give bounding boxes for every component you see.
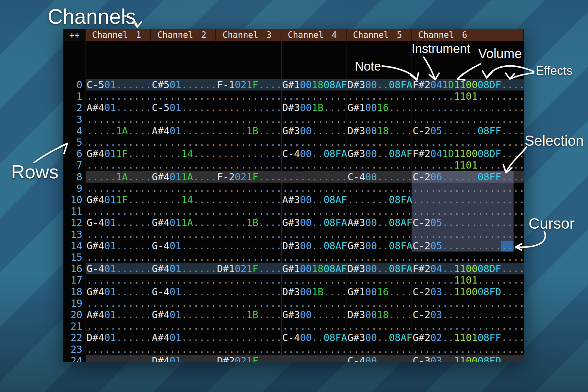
volume-field[interactable]: .. [377, 263, 389, 274]
instrument-field[interactable]: .. [430, 344, 442, 355]
effect-value-field[interactable]: .. [513, 90, 524, 102]
effect-field[interactable]: .. [128, 79, 139, 90]
note-field[interactable]: ... [87, 125, 104, 137]
note-field[interactable]: F#2 [413, 263, 430, 274]
pattern-cell[interactable]: ................... [413, 252, 524, 263]
volume-field[interactable]: 1F [116, 194, 128, 205]
effect-value-field[interactable]: .. [140, 148, 152, 159]
pattern-cell[interactable]: C-400..08FA [282, 332, 347, 343]
note-field[interactable]: ... [152, 114, 170, 125]
effect-field[interactable]: .. [128, 137, 139, 148]
instrument-field[interactable]: 02 [235, 171, 246, 183]
pattern-cell[interactable]: G#300...... [282, 125, 347, 137]
volume-field[interactable]: 16 [377, 102, 389, 113]
note-field[interactable]: ... [217, 332, 235, 343]
instrument-field[interactable]: 01 [170, 309, 181, 320]
effect-value-field[interactable]: .. [400, 125, 412, 137]
note-field[interactable]: ... [87, 252, 104, 263]
volume-field[interactable]: .. [116, 355, 128, 362]
effect-field[interactable]: .. [258, 159, 270, 171]
instrument-field[interactable]: .. [365, 159, 377, 171]
effect-value-field[interactable]: .. [513, 320, 524, 332]
effect-field[interactable]: .. [454, 252, 466, 263]
note-field[interactable]: ... [87, 90, 104, 102]
note-field[interactable]: D#3 [348, 79, 365, 90]
pattern-cell[interactable]: ........... [348, 159, 413, 171]
instrument-field[interactable]: 01 [170, 332, 181, 343]
instrument-field[interactable]: .. [300, 298, 312, 309]
note-field[interactable]: ... [348, 194, 365, 205]
pattern-cell[interactable]: ........... [217, 159, 282, 171]
pattern-cell[interactable]: F-2021F.... [217, 171, 282, 183]
volume-field[interactable]: .. [442, 344, 454, 355]
effect-value-field[interactable]: .. [513, 286, 524, 298]
note-field[interactable]: ... [87, 171, 104, 183]
note-field[interactable]: ... [217, 114, 235, 125]
volume-field[interactable]: .. [181, 240, 193, 252]
effect-value-field[interactable]: .. [140, 102, 152, 113]
pattern-cell[interactable]: D#3001B.... [282, 286, 347, 298]
instrument-field[interactable]: .. [235, 344, 246, 355]
pattern-cell[interactable]: ........... [282, 320, 347, 332]
effect-value-field[interactable]: .. [270, 194, 282, 205]
effect-field[interactable]: 08 [389, 332, 400, 343]
effect-field[interactable]: 11 [454, 79, 466, 90]
instrument-field[interactable]: 05 [430, 125, 442, 137]
note-field[interactable]: ... [348, 320, 365, 332]
note-field[interactable]: ... [348, 344, 365, 355]
effect-value-field[interactable]: .. [205, 137, 217, 148]
note-field[interactable]: C-2 [413, 125, 430, 137]
note-field[interactable]: G#1 [282, 79, 300, 90]
volume-field[interactable]: .. [442, 194, 454, 205]
effect-value-field[interactable]: 01 [466, 274, 478, 286]
volume-field[interactable]: .. [116, 137, 128, 148]
note-field[interactable]: G#3 [282, 217, 300, 228]
effect-field[interactable]: .. [478, 229, 489, 240]
effect-value-field[interactable]: .. [513, 159, 524, 171]
pattern-cell[interactable]: G#202..110108FF.... [413, 332, 524, 343]
note-field[interactable]: ... [413, 90, 430, 102]
note-field[interactable]: ... [282, 229, 300, 240]
effect-value-field[interactable]: .. [335, 183, 347, 194]
effect-value-field[interactable]: .. [205, 263, 217, 274]
volume-field[interactable]: .. [377, 148, 389, 159]
volume-field[interactable]: 1B [312, 102, 323, 113]
pattern-cell[interactable]: ........... [348, 274, 413, 286]
effect-value-field[interactable]: .. [140, 137, 152, 148]
effect-value-field[interactable]: .. [205, 240, 217, 252]
note-field[interactable]: ... [413, 114, 430, 125]
effect-field[interactable]: 08 [323, 240, 335, 252]
effect-field[interactable]: .. [193, 252, 205, 263]
effect-value-field[interactable]: .. [400, 205, 412, 217]
effect-value-field[interactable]: 01 [466, 332, 478, 343]
volume-field[interactable]: .. [181, 332, 193, 343]
note-field[interactable]: D#1 [217, 263, 235, 274]
instrument-field[interactable]: 02 [235, 263, 246, 274]
effect-value-field[interactable]: .. [513, 194, 524, 205]
effect-value-field[interactable]: .. [466, 240, 478, 252]
effect-field[interactable]: .. [389, 298, 400, 309]
effect-value-field[interactable]: .. [513, 171, 524, 183]
note-field[interactable]: G#1 [282, 263, 300, 274]
effect-value-field[interactable]: .. [513, 183, 524, 194]
effect-field[interactable]: .. [128, 90, 139, 102]
instrument-field[interactable]: .. [235, 274, 246, 286]
pattern-cell[interactable]: G#4011F.... [87, 194, 152, 205]
instrument-field[interactable]: 00 [300, 79, 312, 90]
effect-value-field[interactable]: .. [400, 286, 412, 298]
effect-value-field[interactable]: .. [140, 171, 152, 183]
note-field[interactable]: ... [282, 274, 300, 286]
volume-field[interactable]: .. [181, 205, 193, 217]
note-field[interactable]: ... [413, 320, 430, 332]
effect-field[interactable]: 08 [389, 240, 400, 252]
instrument-field[interactable]: .. [300, 171, 312, 183]
volume-field[interactable]: .. [181, 344, 193, 355]
effect-field[interactable]: .. [389, 125, 400, 137]
pattern-cell[interactable]: ........... [282, 298, 347, 309]
effect-field[interactable]: .. [454, 137, 466, 148]
effect-value-field[interactable]: .. [335, 309, 347, 320]
volume-field[interactable]: .. [116, 263, 128, 274]
instrument-field[interactable]: 01 [170, 355, 181, 362]
pattern-cell[interactable]: ........... [348, 90, 413, 102]
effect-value-field[interactable]: .. [140, 309, 152, 320]
